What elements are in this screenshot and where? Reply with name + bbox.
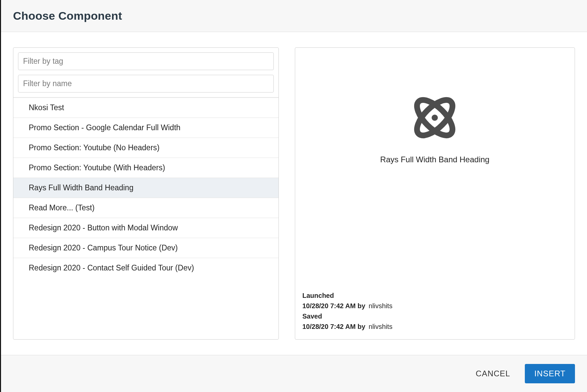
cancel-button[interactable]: CANCEL <box>473 365 513 382</box>
modal-body: Nkosi TestPromo Section - Google Calenda… <box>1 32 587 355</box>
list-item[interactable]: Redesign 2020 - Button with Modal Window <box>13 218 278 238</box>
filter-bar <box>13 48 278 97</box>
launched-label: Launched <box>303 290 568 301</box>
launched-timestamp: 10/28/20 7:42 AM by <box>303 301 365 311</box>
filter-by-tag-input[interactable] <box>18 52 274 70</box>
choose-component-modal: Choose Component Nkosi TestPromo Section… <box>0 0 587 392</box>
component-preview-panel: Rays Full Width Band Heading Launched 10… <box>295 47 575 340</box>
insert-button[interactable]: INSERT <box>525 364 575 383</box>
component-atom-icon <box>409 92 461 144</box>
preview-component-title: Rays Full Width Band Heading <box>380 155 489 164</box>
modal-header: Choose Component <box>1 0 587 32</box>
modal-title: Choose Component <box>13 9 575 22</box>
preview-metadata: Launched 10/28/20 7:42 AM by nlivshits S… <box>303 290 568 332</box>
list-item[interactable]: Rays Full Width Band Heading <box>13 178 278 198</box>
list-item[interactable]: Promo Section - Google Calendar Full Wid… <box>13 118 278 138</box>
list-item[interactable]: Promo Section: Youtube (No Headers) <box>13 138 278 158</box>
component-list-panel: Nkosi TestPromo Section - Google Calenda… <box>13 47 279 340</box>
svg-point-2 <box>432 115 438 121</box>
list-item[interactable]: Read More... (Test) <box>13 198 278 218</box>
preview-area: Rays Full Width Band Heading <box>303 55 568 290</box>
list-item[interactable]: Promo Section: Youtube (With Headers) <box>13 158 278 178</box>
list-item[interactable]: Redesign 2020 - Contact Self Guided Tour… <box>13 258 278 278</box>
saved-timestamp: 10/28/20 7:42 AM by <box>303 322 365 332</box>
list-item[interactable]: Redesign 2020 - Campus Tour Notice (Dev) <box>13 238 278 258</box>
list-item[interactable]: Nkosi Test <box>13 98 278 118</box>
launched-user: nlivshits <box>369 301 392 311</box>
filter-by-name-input[interactable] <box>18 75 274 92</box>
component-list[interactable]: Nkosi TestPromo Section - Google Calenda… <box>13 97 278 339</box>
modal-footer: CANCEL INSERT <box>1 355 587 392</box>
saved-label: Saved <box>303 311 568 322</box>
saved-user: nlivshits <box>369 322 392 332</box>
